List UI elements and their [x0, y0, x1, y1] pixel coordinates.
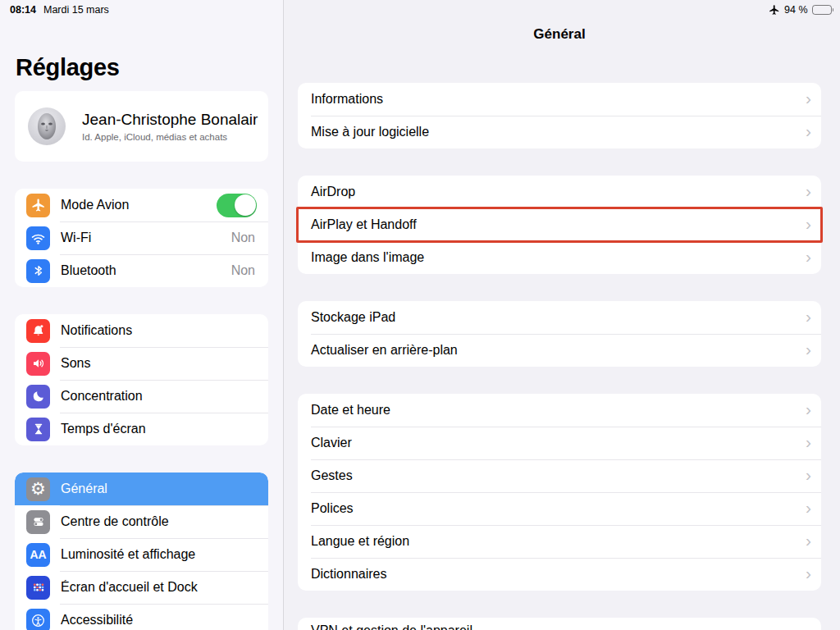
airdrop-group: AirDrop › AirPlay et Handoff › Image dan… [298, 176, 821, 274]
row-language-region[interactable]: Langue et région › [298, 525, 821, 558]
bell-icon [26, 319, 50, 343]
sidebar-item-accessibility[interactable]: Accessibilité [15, 604, 268, 630]
row-keyboard[interactable]: Clavier › [298, 427, 821, 459]
row-label: Langue et région [311, 534, 806, 549]
row-label: Stockage iPad [311, 310, 806, 325]
bluetooth-status-value: Non [231, 263, 257, 278]
connectivity-group: Mode Avion Wi-Fi Non Bluetooth [15, 189, 268, 287]
sidebar-item-general[interactable]: ⚙ Général [15, 472, 268, 505]
airplane-icon [26, 194, 50, 217]
chevron-right-icon: › [806, 122, 811, 139]
profile-subtitle: Id. Apple, iCloud, médias et achats [82, 132, 258, 142]
chevron-right-icon: › [806, 400, 811, 418]
row-label: Mise à jour logicielle [311, 125, 806, 139]
chevron-right-icon: › [806, 340, 811, 358]
sidebar-item-display-brightness[interactable]: AA Luminosité et affichage [15, 538, 268, 571]
row-label: Clavier [311, 436, 806, 450]
vpn-group: VPN et gestion de l'appareil [298, 618, 821, 630]
chevron-right-icon: › [806, 308, 811, 325]
row-background-refresh[interactable]: Actualiser en arrière-plan › [298, 334, 821, 367]
airplane-mode-toggle[interactable] [217, 194, 257, 217]
alerts-group: Notifications Sons Concentration Temps d… [15, 314, 268, 445]
accessibility-icon [26, 609, 50, 630]
airplane-mode-icon [769, 4, 780, 16]
row-airdrop[interactable]: AirDrop › [298, 176, 821, 208]
sidebar-item-focus[interactable]: Concentration [15, 380, 268, 413]
storage-group: Stockage iPad › Actualiser en arrière-pl… [298, 301, 821, 367]
chevron-right-icon: › [806, 182, 811, 199]
row-label: Gestes [311, 468, 806, 483]
chevron-right-icon: › [806, 564, 811, 582]
sidebar-item-label: Mode Avion [61, 198, 217, 212]
sidebar-item-label: Accessibilité [61, 613, 257, 628]
battery-icon [812, 5, 834, 15]
locale-group: Date et heure › Clavier › Gestes › Polic… [298, 394, 821, 591]
sidebar-item-label: Notifications [61, 323, 257, 338]
speaker-icon [26, 352, 50, 376]
sidebar-item-wifi[interactable]: Wi-Fi Non [15, 221, 268, 254]
sidebar-item-screen-time[interactable]: Temps d'écran [15, 413, 268, 445]
profile-text: Jean-Christophe Bonalair Id. Apple, iClo… [82, 111, 258, 141]
sidebar-item-label: Wi-Fi [61, 231, 231, 245]
chevron-right-icon: › [806, 248, 811, 265]
row-informations[interactable]: Informations › [298, 83, 821, 116]
sidebar-item-label: Bluetooth [61, 263, 231, 278]
row-label: VPN et gestion de l'appareil [311, 623, 811, 630]
chevron-right-icon: › [806, 215, 811, 232]
row-label: Dictionnaires [311, 567, 806, 582]
row-fonts[interactable]: Polices › [298, 492, 821, 525]
wifi-icon [26, 226, 50, 250]
sidebar-item-label: Général [61, 482, 257, 496]
home-screen-icon [26, 576, 50, 600]
sidebar-item-label: Sons [61, 356, 257, 371]
row-gestures[interactable]: Gestes › [298, 459, 821, 492]
row-airplay-handoff[interactable]: AirPlay et Handoff › [298, 208, 821, 241]
sidebar-item-label: Concentration [61, 389, 257, 404]
status-time: 08:14 [10, 4, 36, 16]
sidebar-item-label: Temps d'écran [61, 422, 257, 436]
page-title: Réglages [16, 54, 268, 81]
row-vpn-device-management[interactable]: VPN et gestion de l'appareil [298, 618, 821, 630]
row-date-time[interactable]: Date et heure › [298, 394, 821, 427]
display-brightness-icon: AA [26, 543, 50, 567]
row-label: Polices [311, 501, 806, 516]
moon-icon [26, 385, 50, 409]
row-label: Actualiser en arrière-plan [311, 343, 806, 358]
settings-sidebar: Réglages Jean-Christophe Bonalair Id. Ap… [0, 0, 283, 630]
row-label: Date et heure [311, 403, 806, 418]
chevron-right-icon: › [806, 499, 811, 516]
apple-id-profile[interactable]: Jean-Christophe Bonalair Id. Apple, iClo… [15, 91, 268, 162]
sidebar-item-airplane-mode[interactable]: Mode Avion [15, 189, 268, 221]
wifi-status-value: Non [231, 231, 257, 245]
control-center-icon [26, 510, 50, 534]
pane-title: Général [298, 26, 821, 43]
sidebar-divider [283, 0, 284, 630]
gear-icon: ⚙ [26, 477, 50, 501]
general-group: ⚙ Général Centre de contrôle AA Luminosi… [15, 472, 268, 630]
status-date: Mardi 15 mars [43, 4, 109, 16]
ipad-settings-screen: 08:14 Mardi 15 mars 94 % Réglages [0, 0, 840, 630]
battery-percent: 94 % [784, 4, 808, 16]
about-group: Informations › Mise à jour logicielle › [298, 83, 821, 148]
row-label: AirDrop [311, 185, 806, 199]
row-software-update[interactable]: Mise à jour logicielle › [298, 116, 821, 148]
chevron-right-icon: › [806, 433, 811, 450]
sidebar-item-control-center[interactable]: Centre de contrôle [15, 505, 268, 538]
status-right: 94 % [769, 4, 833, 16]
row-ipad-storage[interactable]: Stockage iPad › [298, 301, 821, 334]
sidebar-item-bluetooth[interactable]: Bluetooth Non [15, 254, 268, 287]
profile-name: Jean-Christophe Bonalair [82, 111, 258, 129]
avatar [28, 107, 66, 145]
sidebar-item-label: Luminosité et affichage [61, 547, 257, 562]
sidebar-item-sounds[interactable]: Sons [15, 347, 268, 380]
row-label: Informations [311, 92, 806, 107]
chevron-right-icon: › [806, 466, 811, 483]
row-picture-in-picture[interactable]: Image dans l'image › [298, 241, 821, 274]
row-dictionaries[interactable]: Dictionnaires › [298, 558, 821, 591]
sidebar-item-home-screen[interactable]: Écran d'accueil et Dock [15, 571, 268, 604]
row-label: Image dans l'image [311, 250, 806, 265]
sidebar-item-label: Centre de contrôle [61, 514, 257, 529]
chevron-right-icon: › [806, 532, 811, 549]
row-label: AirPlay et Handoff [311, 217, 806, 232]
sidebar-item-notifications[interactable]: Notifications [15, 314, 268, 347]
